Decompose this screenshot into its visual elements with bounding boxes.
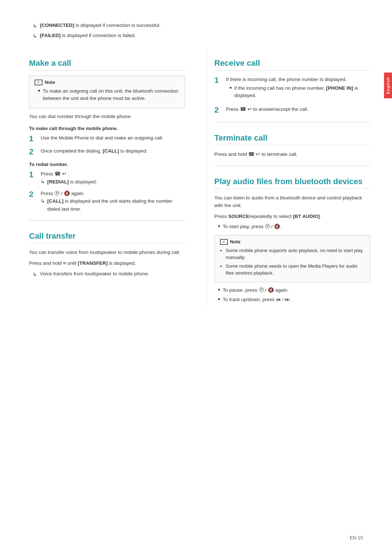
- arrow-icon-2: ↳: [33, 33, 37, 40]
- step-number-2: 2: [29, 147, 36, 157]
- redial-label: To redial number.: [29, 162, 185, 167]
- terminate-call-text: Press and hold ☎ ↩ to terminate call.: [215, 150, 371, 158]
- failed-label: [FAILED]: [40, 33, 61, 38]
- top-bullets-section: ↳ [CONNECTED] is displayed if connection…: [0, 22, 392, 40]
- play-track-text: To track up/down, press ⏮ / ⏭.: [223, 296, 291, 303]
- arrow-icon-5: ↳: [33, 271, 37, 278]
- connected-bullet: ↳ [CONNECTED] is displayed if connection…: [29, 22, 370, 30]
- note-label: Note: [45, 80, 55, 85]
- redial-step-1: 1 Press ☎ ↩ . ↳ [REDIAL] is displayed.: [29, 170, 185, 186]
- play-note-icon: ≡: [220, 239, 228, 245]
- receive-step-1: 1 If there is incoming call, the phone n…: [215, 76, 371, 102]
- arrow-icon-3: ↳: [41, 178, 45, 186]
- bullet-dot-icon-3: [218, 225, 220, 227]
- play-note-list: Some mobile phone supports auto playback…: [220, 247, 365, 277]
- redial-step-number-1: 1: [29, 170, 36, 186]
- make-a-call-section: Make a call ≡ Note To make an outgoing c…: [29, 58, 185, 213]
- play-track-bullet: To track up/down, press ⏮ / ⏭.: [215, 296, 371, 303]
- page-footer: EN 15: [350, 535, 363, 540]
- failed-bullet: ↳ [FAILED] is displayed if connection is…: [29, 32, 370, 40]
- receive-call-section: Receive call 1 If there is incoming call…: [215, 58, 371, 115]
- play-audio-section: Play audio files from bluetooth devices …: [215, 177, 371, 304]
- play-audio-note: ≡ Note Some mobile phone supports auto p…: [215, 235, 371, 282]
- play-audio-para1: You can listen to audio from a bluetooth…: [215, 194, 371, 210]
- content-wrapper: Make a call ≡ Note To make an outgoing c…: [0, 48, 392, 306]
- redial-step-number-2: 2: [29, 190, 36, 213]
- step-content-2: Once completed the dialing, [CALL] is di…: [41, 147, 185, 157]
- play-note-item-1: Some mobile phone supports auto playback…: [226, 247, 365, 261]
- divider-2: [215, 122, 371, 122]
- play-audio-heading: Play audio files from bluetooth devices: [215, 177, 371, 189]
- note-header: ≡ Note: [34, 80, 180, 85]
- call-transfer-sub-text: Voice transfers from loudspeaker to mobi…: [40, 270, 149, 278]
- left-column: Make a call ≡ Note To make an outgoing c…: [29, 48, 192, 306]
- terminate-call-heading: Terminate call: [215, 133, 371, 145]
- arrow-icon-4: ↳: [41, 197, 45, 205]
- play-start-text: To start play, press Ⓟ / 🔇.: [223, 223, 282, 230]
- side-tab: English: [384, 73, 392, 98]
- receive-step-number-2: 2: [215, 105, 222, 115]
- call-transfer-para1: You can transfer voice from loudspeaker …: [29, 248, 185, 256]
- receive-step-number-1: 1: [215, 76, 222, 102]
- page-container: English ↳ [CONNECTED] is displayed if co…: [0, 0, 392, 555]
- redial-step-content-1: Press ☎ ↩ . ↳ [REDIAL] is displayed.: [41, 170, 185, 186]
- divider-3: [215, 166, 371, 166]
- make-a-call-note: ≡ Note To make an outgoing call on this …: [29, 76, 185, 109]
- make-a-call-para1: You can dial number through the mobile p…: [29, 113, 185, 121]
- play-audio-para2: Press SOURCErepeatedly to select [BT AUD…: [215, 212, 371, 220]
- right-column: Receive call 1 If there is incoming call…: [207, 48, 371, 306]
- bullet-dot-icon-2: [230, 87, 232, 89]
- mobile-step-1: 1 Use the Mobile Phone to dial and make …: [29, 134, 185, 143]
- bullet-dot-icon: [38, 90, 40, 92]
- receive-call-heading: Receive call: [215, 58, 371, 70]
- mobile-phone-label: To make call through the mobile phone.: [29, 126, 185, 131]
- note-text: To make an outgoing call on this unit, t…: [43, 88, 180, 102]
- call-transfer-heading: Call transfer: [29, 231, 185, 243]
- mobile-step-2: 2 Once completed the dialing, [CALL] is …: [29, 147, 185, 157]
- arrow-icon: ↳: [33, 23, 37, 30]
- call-transfer-sub: ↳ Voice transfers from loudspeaker to mo…: [29, 270, 185, 278]
- connected-label: [CONNECTED]: [40, 23, 74, 28]
- play-note-label: Note: [230, 239, 241, 244]
- divider-1: [29, 220, 185, 220]
- step-number-1: 1: [29, 134, 36, 143]
- receive-step-2: 2 Press ☎ ↩ to answer/accept the call.: [215, 105, 371, 115]
- step-content-1: Use the Mobile Phone to dial and make an…: [41, 134, 185, 143]
- play-pause-text: To pause, press Ⓟ / 🔇 again.: [223, 287, 289, 294]
- make-a-call-heading: Make a call: [29, 58, 185, 70]
- redial-step-2: 2 Press Ⓟ / 🔇 again. ↳ [CALL] is display…: [29, 190, 185, 213]
- terminate-call-section: Terminate call Press and hold ☎ ↩ to ter…: [215, 133, 371, 158]
- bullet-dot-icon-4: [218, 289, 220, 291]
- note-icon: ≡: [34, 80, 42, 85]
- play-note-item-2: Some mobile phone needs to open the Medi…: [226, 263, 365, 277]
- receive-step-content-2: Press ☎ ↩ to answer/accept the call.: [226, 105, 371, 115]
- redial-step-content-2: Press Ⓟ / 🔇 again. ↳ [CALL] is displayed…: [41, 190, 185, 213]
- call-transfer-para2: Press and hold ≡ until [TRANSFER] is dis…: [29, 259, 185, 267]
- call-transfer-section: Call transfer You can transfer voice fro…: [29, 231, 185, 278]
- bullet-dot-icon-5: [218, 298, 220, 300]
- receive-step-content-1: If there is incoming call, the phone num…: [226, 76, 371, 102]
- play-pause-bullet: To pause, press Ⓟ / 🔇 again.: [215, 287, 371, 294]
- play-start-bullet: To start play, press Ⓟ / 🔇.: [215, 223, 371, 230]
- play-note-header: ≡ Note: [220, 239, 365, 245]
